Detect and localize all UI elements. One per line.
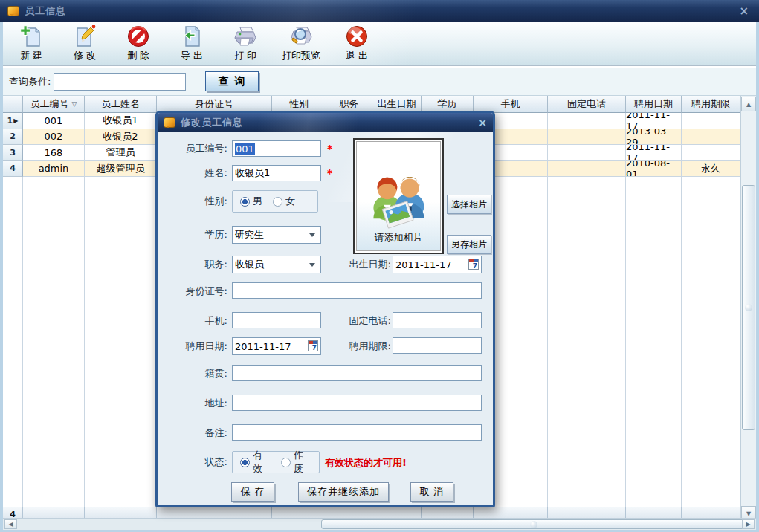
window-close-icon[interactable]: × [736, 4, 752, 18]
status-label: 状态: [159, 454, 227, 470]
gender-male-radio[interactable]: 男 [240, 195, 262, 208]
people-photo-icon [363, 169, 434, 231]
printer-icon [233, 25, 257, 48]
header-hire-term[interactable]: 聘用期限 [682, 96, 740, 113]
export-button-label: 导 出 [181, 49, 203, 62]
scroll-left-icon[interactable]: ◀ [4, 519, 17, 529]
header-landline[interactable]: 固定电话 [548, 96, 626, 113]
birth-date-input[interactable]: 2011-11-17 [393, 256, 482, 273]
gender-group: 男 女 [232, 190, 318, 213]
hire-term-label: 聘用期限: [327, 338, 391, 354]
address-input[interactable] [232, 395, 482, 411]
select-photo-button[interactable]: 选择相片 [447, 195, 491, 214]
sort-desc-icon: ▽ [72, 100, 77, 108]
print-button-label: 打 印 [234, 49, 256, 62]
emp-id-input[interactable]: 001 [232, 140, 321, 157]
exit-red-x-icon [345, 25, 369, 48]
employee-info-window: 员工信息 × 新 建 修 改 [0, 0, 759, 532]
search-label: 查询条件: [9, 75, 51, 88]
exit-button[interactable]: 退 出 [333, 24, 381, 62]
dialog-bubble-icon [164, 117, 175, 128]
cancel-button[interactable]: 取 消 [410, 482, 453, 502]
status-group: 有效 作废 [232, 451, 320, 473]
id-card-input[interactable] [232, 282, 482, 299]
toolbar: 新 建 修 改 删 除 [3, 22, 756, 66]
radio-icon [273, 197, 282, 207]
calendar-icon[interactable] [308, 340, 318, 351]
export-arrow-icon [180, 25, 204, 48]
mobile-input[interactable] [232, 312, 321, 328]
search-query-button[interactable]: 查 询 [205, 71, 259, 91]
print-preview-button[interactable]: 打印预览 [275, 24, 327, 62]
header-rownum [3, 96, 23, 113]
delete-button-label: 删 除 [127, 49, 149, 62]
radio-selected-icon [240, 197, 250, 207]
name-input[interactable] [232, 165, 321, 181]
edit-pencil-icon [73, 25, 97, 48]
current-row-icon: ▶ [13, 117, 18, 124]
name-label: 姓名: [159, 165, 227, 181]
education-label: 学历: [159, 227, 227, 243]
new-button-label: 新 建 [20, 49, 42, 62]
chevron-down-icon [309, 233, 315, 240]
dialog-close-icon[interactable]: × [478, 117, 487, 129]
hire-date-input[interactable]: 2011-11-17 [232, 337, 321, 355]
window-titlebar: 员工信息 × [0, 0, 759, 22]
header-hire-date[interactable]: 聘用日期 [626, 96, 682, 113]
vertical-scroll-thumb[interactable] [742, 185, 755, 430]
header-emp-name[interactable]: 员工姓名 [85, 96, 157, 113]
selected-text: 001 [235, 143, 255, 155]
photo-placeholder-text: 请添加相片 [375, 231, 423, 244]
scroll-right-icon[interactable]: ▶ [742, 519, 755, 529]
name-required-mark: * [327, 167, 332, 179]
native-place-input[interactable] [232, 365, 482, 381]
id-card-label: 身份证号: [159, 283, 227, 299]
landline-label: 固定电话: [327, 313, 391, 329]
remark-input[interactable] [232, 424, 482, 441]
remark-label: 备注: [159, 425, 227, 441]
edit-button[interactable]: 修 改 [61, 24, 109, 62]
vertical-scrollbar[interactable]: ▲ ▼ [740, 96, 756, 522]
hire-date-label: 聘用日期: [159, 338, 227, 354]
hire-term-input[interactable] [393, 337, 482, 354]
emp-id-label: 员工编号: [159, 140, 227, 157]
new-button[interactable]: 新 建 [7, 24, 55, 62]
exit-button-label: 退 出 [346, 49, 368, 62]
new-document-icon [19, 25, 43, 48]
gender-label: 性别: [159, 193, 227, 210]
search-input[interactable] [54, 73, 186, 91]
edit-button-label: 修 改 [74, 49, 96, 62]
photo-placeholder-box[interactable]: 请添加相片 [353, 138, 444, 254]
address-label: 地址: [159, 395, 227, 412]
export-button[interactable]: 导 出 [168, 24, 216, 62]
delete-forbidden-icon [126, 25, 150, 48]
chevron-down-icon [309, 263, 315, 270]
scroll-up-icon[interactable]: ▲ [741, 97, 756, 111]
landline-input[interactable] [393, 312, 482, 328]
save-button[interactable]: 保 存 [231, 482, 274, 502]
position-dropdown[interactable]: 收银员 [232, 256, 321, 273]
header-emp-id[interactable]: 员工编号▽ [23, 96, 85, 113]
gender-female-radio[interactable]: 女 [273, 195, 295, 208]
save-photo-button[interactable]: 另存相片 [447, 235, 491, 254]
calendar-icon[interactable] [468, 259, 479, 270]
position-label: 职务: [159, 256, 227, 273]
emp-id-required-mark: * [327, 143, 332, 155]
native-place-label: 籍贯: [159, 366, 227, 382]
status-note: 有效状态的才可用! [325, 456, 407, 470]
radio-selected-icon [240, 458, 250, 467]
save-and-continue-button[interactable]: 保存并继续添加 [298, 482, 389, 502]
status-void-radio[interactable]: 作废 [281, 449, 311, 476]
education-dropdown[interactable]: 研究生 [232, 226, 321, 244]
print-button[interactable]: 打 印 [222, 24, 269, 62]
radio-icon [281, 458, 291, 467]
delete-button[interactable]: 删 除 [114, 24, 162, 62]
modify-employee-dialog: 修改员工信息 × 员工编号: 001 * 姓名: * 性别: 男 女 学历: 研… [155, 111, 495, 507]
horizontal-scroll-thumb[interactable] [321, 519, 746, 529]
print-preview-button-label: 打印预览 [282, 49, 320, 62]
dialog-title: 修改员工信息 [181, 116, 243, 129]
status-valid-radio[interactable]: 有效 [240, 449, 271, 476]
mobile-label: 手机: [159, 313, 227, 329]
horizontal-scrollbar[interactable]: ◀ ▶ [3, 518, 756, 530]
window-title: 员工信息 [25, 4, 66, 18]
